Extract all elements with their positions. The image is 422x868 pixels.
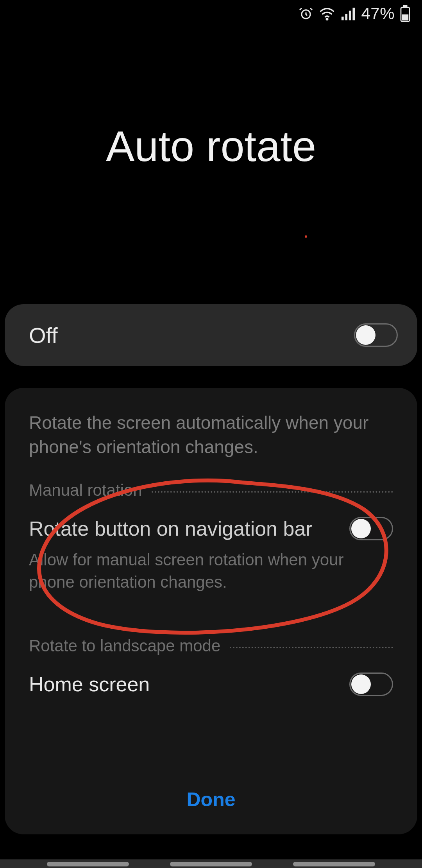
rotate-button-navbar-label: Rotate button on navigation bar [29, 517, 313, 540]
svg-rect-4 [349, 11, 351, 20]
home-screen-row[interactable]: Home screen [29, 673, 393, 696]
section-header-manual: Manual rotation [29, 481, 393, 500]
gesture-nav-bar [0, 859, 422, 868]
status-bar: 47% [0, 0, 422, 27]
nav-pill-home[interactable] [170, 862, 252, 866]
svg-rect-2 [342, 17, 344, 21]
nav-pill-back[interactable] [293, 862, 375, 866]
feature-description: Rotate the screen automatically when you… [29, 411, 393, 459]
master-toggle-switch[interactable] [354, 323, 398, 347]
nav-pill-recents[interactable] [47, 862, 129, 866]
svg-rect-3 [345, 14, 348, 20]
battery-percent: 47% [361, 4, 395, 23]
done-button[interactable]: Done [5, 788, 417, 811]
section-label-manual: Manual rotation [29, 481, 142, 500]
annotation-dot [305, 235, 307, 238]
svg-rect-5 [353, 8, 355, 20]
rotate-button-navbar-row[interactable]: Rotate button on navigation bar [29, 517, 393, 540]
rotate-button-navbar-switch[interactable] [349, 517, 393, 540]
alarm-icon [299, 6, 313, 21]
page-title: Auto rotate [0, 121, 422, 171]
signal-icon [341, 6, 356, 21]
svg-rect-8 [402, 14, 409, 21]
svg-point-1 [327, 18, 328, 20]
home-screen-label: Home screen [29, 673, 150, 696]
home-screen-switch[interactable] [349, 673, 393, 696]
section-header-landscape: Rotate to landscape mode [29, 637, 393, 655]
settings-card: Rotate the screen automatically when you… [5, 388, 417, 834]
section-label-landscape: Rotate to landscape mode [29, 637, 220, 655]
master-toggle-label: Off [29, 323, 58, 348]
battery-icon [400, 5, 410, 22]
master-toggle-row[interactable]: Off [5, 304, 417, 366]
wifi-icon [319, 6, 335, 21]
rotate-button-navbar-description: Allow for manual screen rotation when yo… [29, 549, 393, 593]
